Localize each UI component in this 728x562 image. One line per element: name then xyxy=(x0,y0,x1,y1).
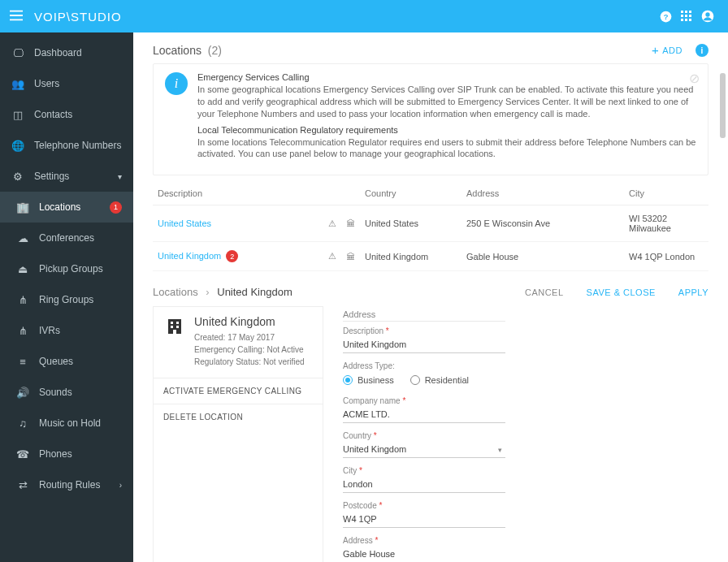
col-address[interactable]: Address xyxy=(462,182,624,205)
page-title: Locations (2) xyxy=(153,44,222,57)
brand-part1: VOIP xyxy=(34,10,67,24)
sidebar-item-telephone-numbers[interactable]: 🌐Telephone Numbers xyxy=(0,130,133,161)
sidebar-item-settings[interactable]: ⚙Settings▾ xyxy=(0,161,133,192)
col-city[interactable]: City xyxy=(624,182,708,205)
row-description[interactable]: United States xyxy=(153,205,323,242)
add-button[interactable]: +ADD xyxy=(652,45,682,55)
hamburger-icon[interactable] xyxy=(10,10,24,24)
breadcrumb-current: United Kingdom xyxy=(217,286,292,298)
breadcrumb-root[interactable]: Locations xyxy=(153,286,198,298)
svg-rect-18 xyxy=(173,330,176,334)
delete-location-button[interactable]: DELETE LOCATION xyxy=(154,404,323,430)
chevron-down-icon: ▾ xyxy=(118,172,122,181)
apps-icon[interactable] xyxy=(676,6,697,27)
location-form: Address Description * Address Type: Busi… xyxy=(335,306,708,562)
svg-rect-2 xyxy=(681,11,683,13)
cloud-icon: ☁ xyxy=(16,232,29,244)
info-icon[interactable]: i xyxy=(696,44,708,57)
sidebar-label: Contacts xyxy=(34,109,72,120)
city-input[interactable] xyxy=(343,477,505,493)
row-city: WI 53202 Milwaukee xyxy=(624,205,708,242)
svg-rect-7 xyxy=(689,15,691,17)
row-description[interactable]: United Kingdom2 xyxy=(153,242,323,271)
detail-header: Locations › United Kingdom CANCEL SAVE &… xyxy=(153,286,708,298)
sidebar-label: Queues xyxy=(39,356,73,367)
svg-rect-6 xyxy=(685,15,687,17)
info-icon: i xyxy=(165,72,188,95)
chevron-right-icon: › xyxy=(206,286,209,298)
sidebar-label: Pickup Groups xyxy=(39,263,103,275)
notice-text: In some locations Telecommunication Regu… xyxy=(197,136,696,161)
sidebar-item-pickup-groups[interactable]: ⏏Pickup Groups xyxy=(0,253,133,284)
sidebar-label: Music on Hold xyxy=(39,417,101,429)
sidebar-item-sounds[interactable]: 🔊Sounds xyxy=(0,377,133,408)
sidebar-label: Telephone Numbers xyxy=(34,140,121,151)
building-icon: 🏛 xyxy=(346,252,355,262)
postcode-label: Postcode * xyxy=(343,501,708,510)
notice-text: In some geographical locations Emergency… xyxy=(197,84,696,120)
sidebar-item-locations[interactable]: 🏢Locations1 xyxy=(0,192,133,223)
company-input[interactable] xyxy=(343,407,505,423)
sidebar-item-queues[interactable]: ≡Queues xyxy=(0,346,133,377)
page-header: Locations (2) +ADD i xyxy=(153,44,708,57)
sidebar-item-contacts[interactable]: ◫Contacts xyxy=(0,99,133,130)
cancel-button[interactable]: CANCEL xyxy=(525,287,564,297)
sidebar-item-conferences[interactable]: ☁Conferences xyxy=(0,223,133,253)
address-label: Address * xyxy=(343,536,708,545)
svg-rect-3 xyxy=(685,11,687,13)
form-section-title: Address xyxy=(343,309,505,322)
help-icon[interactable]: ? xyxy=(655,6,676,27)
sidebar-item-moh[interactable]: ♫Music on Hold xyxy=(0,408,133,439)
close-icon[interactable]: ⊘ xyxy=(689,71,700,86)
card-created: Created: 17 May 2017 xyxy=(194,331,305,344)
notice-title: Emergency Services Calling xyxy=(197,72,696,82)
svg-point-12 xyxy=(705,12,709,16)
ivr-icon: ⋔ xyxy=(16,325,29,337)
description-input[interactable] xyxy=(343,337,505,353)
sidebar-label: Sounds xyxy=(39,387,72,398)
radio-business[interactable]: Business xyxy=(343,375,394,385)
table-row[interactable]: United States ⚠ 🏛 United States 250 E Wi… xyxy=(153,205,708,242)
table-row[interactable]: United Kingdom2 ⚠ 🏛 United Kingdom Gable… xyxy=(153,242,708,271)
summary-card: United Kingdom Created: 17 May 2017 Emer… xyxy=(153,306,323,562)
activate-emergency-button[interactable]: ACTIVATE EMERGENCY CALLING xyxy=(154,378,323,404)
sidebar-item-ring-groups[interactable]: ⋔Ring Groups xyxy=(0,284,133,315)
row-country: United States xyxy=(360,205,462,242)
address-input[interactable] xyxy=(343,547,505,562)
col-description[interactable]: Description xyxy=(153,182,323,205)
apply-button[interactable]: APPLY xyxy=(678,287,708,297)
account-icon[interactable] xyxy=(697,6,718,27)
sidebar-label: Users xyxy=(34,78,59,89)
svg-rect-5 xyxy=(681,15,683,17)
sidebar-item-phones[interactable]: ☎Phones xyxy=(0,439,133,469)
svg-rect-8 xyxy=(681,19,683,21)
sidebar-item-routing[interactable]: ⇄Routing Rules› xyxy=(0,469,133,500)
svg-rect-16 xyxy=(171,326,173,328)
country-value[interactable] xyxy=(343,442,495,457)
sidebar-label: Locations xyxy=(39,201,80,213)
country-select[interactable]: ▾ xyxy=(343,442,505,458)
scrollbar[interactable] xyxy=(720,73,726,138)
building-icon: 🏛 xyxy=(346,218,355,228)
building-icon: 🏢 xyxy=(16,201,29,214)
warning-icon: ⚠ xyxy=(328,251,336,261)
ring-icon: ⋔ xyxy=(16,294,29,306)
svg-rect-14 xyxy=(171,322,173,324)
phone-icon: ☎ xyxy=(16,448,29,460)
badge: 2 xyxy=(226,250,238,262)
save-close-button[interactable]: SAVE & CLOSE xyxy=(587,287,656,297)
notice-title: Local Telecommunication Regulatory requi… xyxy=(197,125,696,135)
routing-icon: ⇄ xyxy=(16,479,29,491)
company-label: Company name * xyxy=(343,396,708,405)
main-panel: Locations (2) +ADD i i Emergency Service… xyxy=(133,32,728,562)
svg-rect-9 xyxy=(685,19,687,21)
svg-rect-17 xyxy=(176,326,179,328)
col-country[interactable]: Country xyxy=(360,182,462,205)
radio-icon xyxy=(410,375,420,385)
sidebar-item-dashboard[interactable]: 🖵Dashboard xyxy=(0,37,133,68)
sidebar-item-ivrs[interactable]: ⋔IVRs xyxy=(0,315,133,346)
sidebar: 🖵Dashboard 👥Users ◫Contacts 🌐Telephone N… xyxy=(0,32,133,562)
radio-residential[interactable]: Residential xyxy=(410,375,469,385)
sidebar-item-users[interactable]: 👥Users xyxy=(0,68,133,99)
postcode-input[interactable] xyxy=(343,512,505,528)
